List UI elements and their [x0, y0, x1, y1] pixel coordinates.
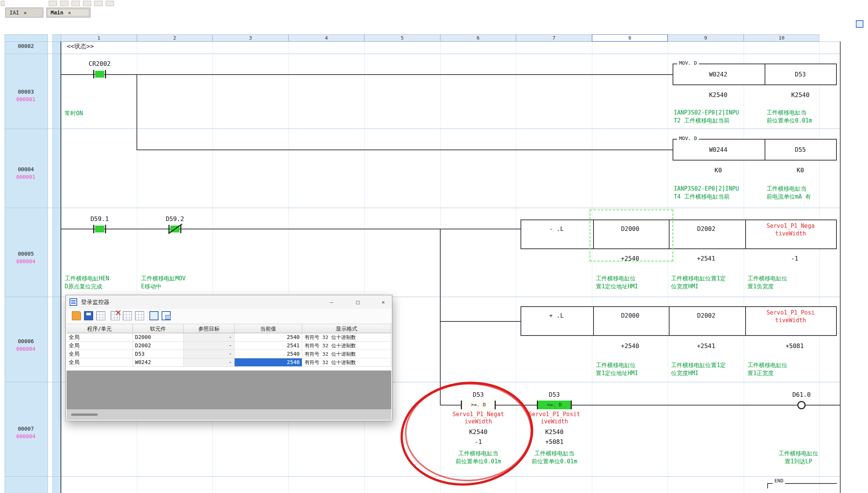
- watch-cell-device[interactable]: W0242: [133, 358, 184, 367]
- contact-on-state: [95, 71, 104, 78]
- operand-source[interactable]: W0244: [673, 146, 764, 154]
- col-header-6: 6: [440, 34, 516, 41]
- watch-hscrollbar[interactable]: [67, 409, 391, 420]
- device-comment: 工件横移电缸位置1定 位宽度HMI: [671, 361, 751, 377]
- tab-iai[interactable]: IAI ✕: [5, 8, 43, 17]
- instruction-mnemonic: + .L: [520, 312, 592, 320]
- col-header-10: 10: [744, 34, 819, 41]
- scroll-corner-button[interactable]: [856, 20, 863, 28]
- grid-settings-icon[interactable]: [135, 311, 144, 320]
- tab-iai-label: IAI: [10, 10, 19, 16]
- watch-cell-format[interactable]: 有符号 32 位十进制数: [302, 333, 391, 342]
- operand-source[interactable]: W0242: [673, 71, 764, 78]
- end-instruction-label[interactable]: END: [773, 478, 785, 484]
- watch-col-header[interactable]: 程序/单元: [67, 324, 133, 333]
- contact-device-label: D53: [448, 391, 509, 399]
- contact-nc-d59-2[interactable]: [168, 225, 181, 233]
- operand-dest[interactable]: D55: [764, 146, 837, 154]
- col-header-9: 9: [668, 34, 744, 41]
- save-icon[interactable]: [84, 311, 93, 320]
- watch-cell-scope[interactable]: 全局: [67, 333, 133, 342]
- coil-device-label: D61.0: [771, 391, 832, 399]
- rung-statement-comment[interactable]: <<状态>>: [67, 43, 94, 50]
- window-title-bar[interactable]: 登录监控器 — □ ✕: [66, 295, 392, 309]
- cell-selection-cursor[interactable]: [590, 210, 673, 261]
- wire-branch: [136, 74, 137, 150]
- watch-cell-ref[interactable]: -: [184, 342, 235, 350]
- toolbar-icon-1[interactable]: [49, 1, 57, 6]
- tab-main[interactable]: Main ✕: [46, 8, 90, 17]
- instruction-label: MOV. D: [677, 135, 699, 142]
- contact-cr2002[interactable]: [93, 70, 106, 78]
- monitor-start-icon[interactable]: [149, 311, 159, 320]
- delete-watch-icon[interactable]: [111, 311, 120, 320]
- register-watch-icon[interactable]: [96, 311, 105, 320]
- col-header-3: 3: [213, 34, 289, 41]
- monitor-value: +5081: [760, 342, 829, 350]
- watch-cell-format[interactable]: 有符号 32 位十进制数: [302, 350, 391, 358]
- window-title: 登录监控器: [81, 299, 109, 306]
- watch-cell-ref[interactable]: -: [184, 358, 235, 367]
- operand[interactable]: D2000: [592, 312, 668, 320]
- toolbar-icon-3[interactable]: [71, 1, 80, 6]
- col-header-7: 7: [516, 34, 592, 41]
- device-comment: 工件横移电缸当 前位置单位0.01m: [766, 109, 843, 125]
- watch-cell-device[interactable]: D2002: [133, 342, 184, 350]
- insert-row-icon[interactable]: [123, 311, 132, 320]
- contact-d59-1[interactable]: [93, 225, 106, 233]
- contact-on-state: [170, 226, 179, 232]
- watch-cell-format[interactable]: 有符号 32 位十进制数: [302, 358, 391, 367]
- open-icon[interactable]: [72, 311, 81, 320]
- rung-separator: [5, 476, 840, 477]
- compare-contact-lte[interactable]: <=. D: [537, 401, 572, 409]
- watch-cell-scope[interactable]: 全局: [67, 358, 133, 367]
- contact-device-label: D59.1: [73, 215, 126, 223]
- entry-monitor-window[interactable]: 登录监控器 — □ ✕ 程序/单元 软元件 参照目标 当前值 显示格式 全局 D…: [65, 295, 392, 421]
- minimize-button[interactable]: —: [326, 297, 337, 307]
- toolbar-icon-6[interactable]: [106, 1, 114, 6]
- watch-cell-scope[interactable]: 全局: [67, 342, 133, 350]
- watch-cell-scope[interactable]: 全局: [67, 350, 133, 358]
- monitor-value: +2540: [592, 255, 668, 262]
- device-comment: 常时ON: [65, 110, 83, 118]
- watch-col-header[interactable]: 软元件: [133, 324, 184, 333]
- tab-main-close-icon[interactable]: ✕: [68, 10, 71, 16]
- monitor-value: K0: [680, 167, 756, 174]
- monitor-transfer-icon[interactable]: [162, 311, 171, 320]
- watch-cell-value[interactable]: 2540: [235, 333, 302, 342]
- watch-cell-value[interactable]: 2540: [235, 350, 302, 358]
- watch-cell-value[interactable]: 2541: [235, 342, 302, 350]
- operand-dest[interactable]: D53: [764, 71, 837, 78]
- instruction-mnemonic: - .L: [520, 225, 592, 233]
- operand[interactable]: D2002: [668, 312, 744, 320]
- toolbar-icon-4[interactable]: [83, 1, 91, 6]
- output-coil-d61-0[interactable]: [797, 401, 806, 409]
- watch-cell-ref[interactable]: -: [184, 350, 235, 358]
- watch-cell-ref[interactable]: -: [184, 333, 235, 342]
- compare-contact-gte[interactable]: >=. D: [461, 401, 496, 409]
- maximize-button[interactable]: □: [352, 297, 363, 307]
- watch-cell-format[interactable]: 有符号 32 位十进制数: [302, 342, 391, 350]
- toolbar-icon-2[interactable]: [60, 1, 68, 6]
- watch-col-header[interactable]: 显示格式: [302, 324, 391, 333]
- grid-line: [289, 41, 289, 493]
- hscrollbar-handle[interactable]: [71, 413, 98, 416]
- wire-branch: [440, 229, 441, 406]
- operand-device-name[interactable]: Servo1_P1_Nega tiveWidth: [744, 222, 837, 237]
- watch-col-header[interactable]: 当前值: [235, 324, 302, 333]
- monitor-value: +2541: [668, 255, 744, 262]
- col-header-8: 8: [592, 34, 668, 41]
- monitor-value: -1: [448, 438, 509, 446]
- watch-cell-device[interactable]: D53: [133, 350, 184, 358]
- close-button[interactable]: ✕: [378, 297, 389, 307]
- watch-cell-value-selected[interactable]: 2540: [235, 358, 302, 367]
- wire: [61, 229, 520, 229]
- operand[interactable]: D2002: [668, 225, 744, 233]
- watch-col-header[interactable]: 参照目标: [184, 324, 235, 333]
- operand-device-name[interactable]: Servo1_P1_Posi tiveWidth: [744, 309, 837, 324]
- device-comment: 工件横移电缸位 置1正宽度: [747, 361, 827, 377]
- tab-iai-close-icon[interactable]: ✕: [24, 10, 27, 16]
- wire: [137, 149, 673, 150]
- watch-cell-device[interactable]: D2000: [133, 333, 184, 342]
- toolbar-icon-5[interactable]: [94, 1, 103, 6]
